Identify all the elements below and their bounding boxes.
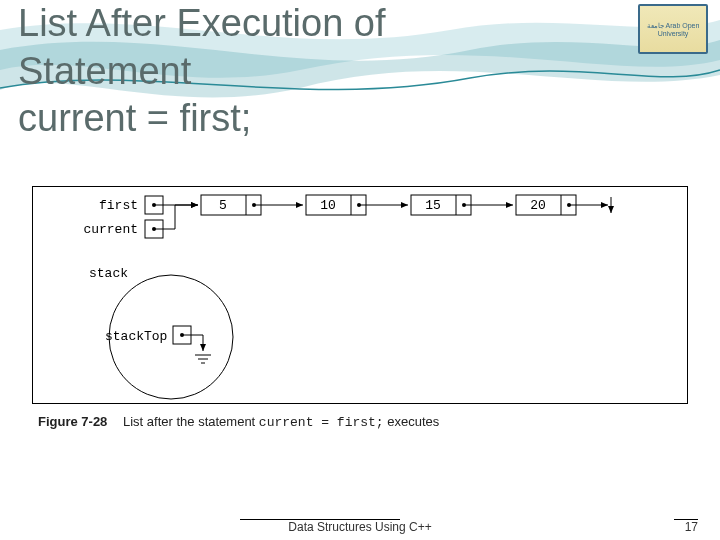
stack-label: stack <box>89 266 128 281</box>
footer-text: Data Structures Using C++ <box>288 520 431 534</box>
figure-frame: first current 5 10 <box>32 186 688 440</box>
node-0-value: 5 <box>219 198 227 213</box>
caption-prefix: List after the statement <box>123 414 259 429</box>
diagram-svg: first current 5 10 <box>33 187 689 405</box>
page-number: 17 <box>685 520 698 534</box>
logo-text: جامعة Arab Open University <box>640 22 706 37</box>
stack-top-label: stackTop <box>105 329 167 344</box>
node-2-value: 15 <box>425 198 441 213</box>
figure-caption: Figure 7-28 List after the statement cur… <box>38 414 439 430</box>
node-3-value: 20 <box>530 198 546 213</box>
caption-code: current = first; <box>259 415 384 430</box>
title-line-3: current = first; <box>18 95 386 143</box>
node-1-value: 10 <box>320 198 336 213</box>
caption-suffix: executes <box>384 414 440 429</box>
figure-label: Figure 7-28 <box>38 414 107 429</box>
first-label: first <box>99 198 138 213</box>
title-line-1: List After Execution of <box>18 0 386 48</box>
figure-box: first current 5 10 <box>32 186 688 404</box>
slide-title: List After Execution of Statement curren… <box>18 0 386 143</box>
university-logo: جامعة Arab Open University <box>638 4 708 54</box>
title-line-2: Statement <box>18 48 386 96</box>
current-label: current <box>83 222 138 237</box>
